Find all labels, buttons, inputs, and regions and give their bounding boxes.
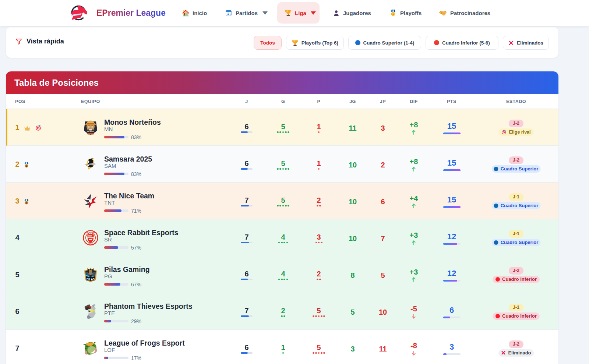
svg-text:MONOS: MONOS bbox=[87, 131, 94, 132]
svg-text:3: 3 bbox=[26, 201, 27, 204]
svg-text:·2021·: ·2021· bbox=[88, 243, 93, 244]
svg-text:·SPACE RABBIT·: ·SPACE RABBIT· bbox=[84, 232, 97, 233]
svg-text:3: 3 bbox=[26, 165, 27, 167]
svg-text:PILAS: PILAS bbox=[87, 278, 95, 281]
